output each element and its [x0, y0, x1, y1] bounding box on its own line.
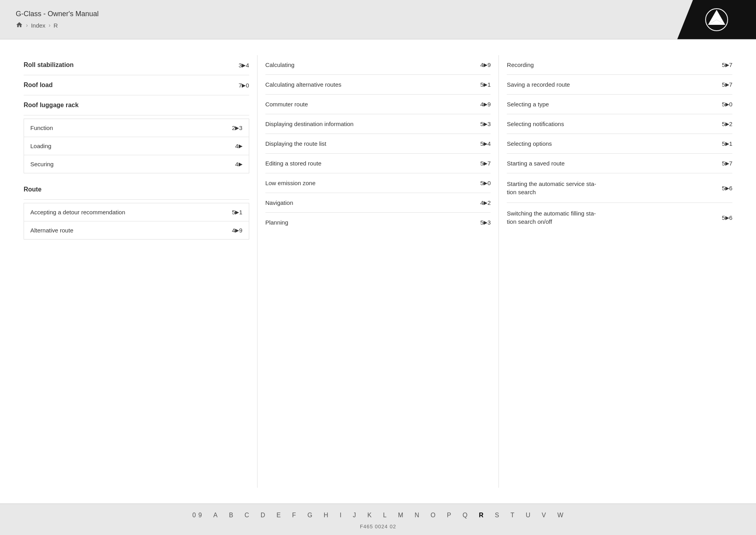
- footer-nav-item[interactable]: C: [239, 509, 255, 521]
- item-label: Switching the automatic filling sta-tion…: [507, 209, 713, 226]
- item-page: 7▶0: [230, 82, 249, 89]
- footer-nav-item[interactable]: D: [255, 509, 271, 521]
- list-item: Roof luggage rack: [24, 95, 249, 115]
- footer-nav-item[interactable]: K: [362, 509, 378, 521]
- item-label: Accepting a detour recommendation: [30, 209, 125, 215]
- item-page: 5▶1: [713, 140, 732, 147]
- main-content: Roll stabilization 3▶4 Roof load 7▶0 Roo…: [0, 39, 756, 503]
- item-label: Displaying the route list: [265, 140, 326, 147]
- item-page: 5▶6: [713, 185, 732, 191]
- footer-nav-item[interactable]: I: [334, 509, 347, 521]
- header-left: G-Class - Owner's Manual › Index › R: [0, 3, 115, 37]
- footer-nav-item[interactable]: N: [409, 509, 425, 521]
- item-page: 4▶: [223, 143, 243, 149]
- footer-nav: 0 9 A B C D E F G H I J K L M N O P Q R …: [187, 509, 569, 521]
- footer: 0 9 A B C D E F G H I J K L M N O P Q R …: [0, 503, 756, 535]
- item-label: Low emission zone: [265, 180, 316, 186]
- header: G-Class - Owner's Manual › Index › R: [0, 0, 756, 39]
- item-page: 2▶3: [223, 124, 243, 131]
- list-item: Route: [24, 180, 249, 200]
- item-page: 5▶1: [471, 81, 491, 88]
- item-page: 5▶0: [471, 180, 491, 186]
- mercedes-logo: [677, 0, 756, 39]
- list-item: Alternative route 4▶9: [24, 221, 249, 239]
- sub-section-route: Accepting a detour recommendation 5▶1 Al…: [24, 203, 249, 240]
- item-label: Navigation: [265, 199, 293, 206]
- item-page: 5▶7: [713, 61, 732, 68]
- item-label: Planning: [265, 219, 288, 226]
- col-2: Calculating 4▶9 Calculating alternative …: [258, 55, 499, 488]
- item-page: 5▶4: [471, 140, 491, 147]
- list-item: Securing 4▶: [24, 155, 249, 173]
- list-item: Navigation 4▶2: [265, 193, 491, 213]
- footer-nav-item[interactable]: L: [378, 509, 393, 521]
- manual-title: G-Class - Owner's Manual: [16, 10, 99, 18]
- footer-nav-item[interactable]: S: [489, 509, 505, 521]
- footer-nav-item-active[interactable]: R: [473, 509, 489, 521]
- item-page: 5▶7: [713, 81, 732, 88]
- item-label: Displaying destination information: [265, 121, 354, 127]
- footer-code: F465 0024 02: [360, 524, 396, 529]
- footer-nav-item[interactable]: E: [271, 509, 287, 521]
- breadcrumb-sep-1: ›: [26, 22, 28, 28]
- list-item: Calculating alternative routes 5▶1: [265, 75, 491, 95]
- footer-nav-item[interactable]: T: [505, 509, 520, 521]
- footer-nav-item[interactable]: B: [223, 509, 239, 521]
- item-page: 4▶2: [471, 199, 491, 206]
- item-label: Securing: [30, 161, 54, 167]
- list-item: Displaying destination information 5▶3: [265, 114, 491, 134]
- footer-nav-item[interactable]: G: [302, 509, 318, 521]
- home-icon[interactable]: [16, 21, 23, 30]
- footer-nav-item[interactable]: W: [552, 509, 569, 521]
- list-item: Loading 4▶: [24, 137, 249, 155]
- list-item: Accepting a detour recommendation 5▶1: [24, 203, 249, 221]
- list-item: Editing a stored route 5▶7: [265, 154, 491, 173]
- item-label: Selecting options: [507, 140, 552, 147]
- list-item: Planning 5▶3: [265, 213, 491, 232]
- footer-nav-item[interactable]: V: [536, 509, 552, 521]
- breadcrumb-sep-2: ›: [48, 22, 50, 28]
- footer-nav-item[interactable]: J: [347, 509, 362, 521]
- list-item: Selecting options 5▶1: [507, 134, 732, 154]
- list-item: Selecting a type 5▶0: [507, 95, 732, 114]
- item-label: Roof luggage rack: [24, 102, 79, 109]
- list-item: Low emission zone 5▶0: [265, 173, 491, 193]
- list-item: Commuter route 4▶9: [265, 95, 491, 114]
- item-page: 5▶0: [713, 101, 732, 108]
- item-label: Roll stabilization: [24, 61, 74, 69]
- item-page: 5▶2: [713, 121, 732, 127]
- item-page: 5▶1: [223, 209, 243, 215]
- breadcrumb-current: R: [54, 22, 58, 29]
- footer-nav-item[interactable]: H: [318, 509, 334, 521]
- list-item: Saving a recorded route 5▶7: [507, 75, 732, 95]
- list-item: Starting the automatic service sta-tion …: [507, 173, 732, 203]
- sub-section-roof: Function 2▶3 Loading 4▶ Securing 4▶: [24, 119, 249, 173]
- item-page: 5▶7: [471, 160, 491, 167]
- footer-nav-item[interactable]: Q: [457, 509, 473, 521]
- item-label: Recording: [507, 61, 534, 68]
- item-label: Loading: [30, 143, 51, 149]
- footer-nav-item[interactable]: 0 9: [187, 509, 208, 521]
- item-label: Selecting a type: [507, 101, 549, 108]
- list-item: Roof load 7▶0: [24, 75, 249, 95]
- item-label: Route: [24, 186, 41, 193]
- item-label: Selecting notifications: [507, 121, 564, 127]
- list-item: Roll stabilization 3▶4: [24, 55, 249, 75]
- item-label: Alternative route: [30, 227, 73, 234]
- footer-nav-item[interactable]: U: [520, 509, 536, 521]
- footer-nav-item[interactable]: F: [287, 509, 302, 521]
- item-label: Editing a stored route: [265, 160, 322, 167]
- item-label: Commuter route: [265, 101, 308, 108]
- footer-nav-item[interactable]: P: [441, 509, 457, 521]
- breadcrumb-index[interactable]: Index: [31, 22, 46, 29]
- item-label: Roof load: [24, 82, 53, 89]
- footer-nav-item[interactable]: A: [208, 509, 224, 521]
- footer-nav-item[interactable]: M: [393, 509, 409, 521]
- item-page: 3▶4: [230, 62, 249, 69]
- list-item: Selecting notifications 5▶2: [507, 114, 732, 134]
- item-label: Starting the automatic service sta-tion …: [507, 180, 713, 196]
- list-item: Recording 5▶7: [507, 55, 732, 75]
- footer-nav-item[interactable]: O: [425, 509, 441, 521]
- col-1: Roll stabilization 3▶4 Roof load 7▶0 Roo…: [24, 55, 258, 488]
- list-item: Switching the automatic filling sta-tion…: [507, 203, 732, 232]
